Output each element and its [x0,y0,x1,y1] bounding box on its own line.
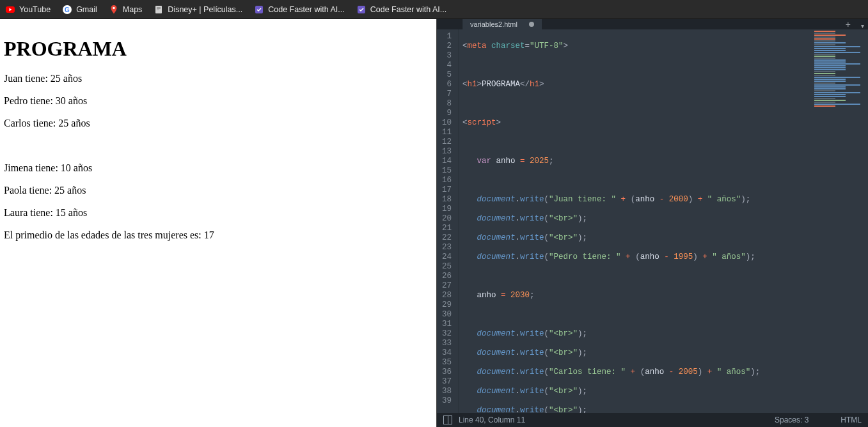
svg-rect-6 [157,8,161,9]
output-line: Carlos tiene: 25 años [4,117,432,129]
youtube-icon [5,4,15,15]
status-syntax[interactable]: HTML [840,415,862,424]
svg-text:G: G [65,6,70,13]
output-line: Paola tiene: 25 años [4,184,432,196]
bookmark-label: YouTube [19,5,51,14]
bookmark-label: Code Faster with AI... [370,5,447,14]
tab-variables2[interactable]: variables2.html [462,19,542,29]
maps-pin-icon [109,4,119,15]
ai-icon [356,4,367,15]
ai-icon [254,4,264,15]
panel-toggle-icon[interactable] [443,415,452,424]
bookmark-youtube[interactable]: YouTube [5,4,51,15]
code-editor-pane: variables2.html + ▾ 12345678910111213141… [437,19,868,427]
tab-spacer [437,19,462,29]
editor-tab-bar: variables2.html + ▾ [437,19,868,29]
new-tab-button[interactable]: + [842,19,855,29]
bookmark-label: Gmail [76,5,97,14]
editor-statusbar: Line 40, Column 11 Spaces: 3 HTML [437,413,868,427]
bookmark-label: Code Faster with AI... [268,5,345,14]
page-icon [154,4,164,15]
tab-label: variables2.html [470,20,517,28]
tabs-dropdown-button[interactable]: ▾ [857,22,868,29]
output-line: Pedro tiene: 30 años [4,95,432,107]
svg-rect-5 [157,7,161,8]
output-line: Juan tiene: 25 años [4,72,432,84]
bookmark-code-faster-1[interactable]: Code Faster with AI... [254,4,345,15]
browser-render-pane[interactable]: PROGRAMA Juan tiene: 25 años Pedro tiene… [0,19,437,427]
status-cursor-position[interactable]: Line 40, Column 11 [459,415,525,424]
dirty-indicator-icon [529,22,534,27]
bookmark-maps[interactable]: Maps [109,4,143,15]
line-number-gutter: 1234567891011121314151617181920212223242… [437,29,459,413]
svg-point-3 [113,6,114,8]
output-line: El primedio de las edades de las tres mu… [4,229,432,241]
bookmarks-bar: YouTube G Gmail Maps Disney+ | Películas… [0,0,868,19]
svg-rect-7 [157,10,159,10]
page-heading: PROGRAMA [4,37,432,61]
bookmark-code-faster-2[interactable]: Code Faster with AI... [356,4,447,15]
bookmark-label: Disney+ | Películas... [168,5,242,14]
code-area[interactable]: 1234567891011121314151617181920212223242… [437,29,868,413]
gmail-icon: G [62,4,72,15]
output-line: Laura tiene: 15 años [4,206,432,219]
bookmark-gmail[interactable]: G Gmail [62,4,97,15]
status-indent[interactable]: Spaces: 3 [775,415,809,424]
bookmark-label: Maps [123,5,143,14]
bookmark-disney[interactable]: Disney+ | Películas... [154,4,242,15]
output-line: Jimena tiene: 10 años [4,162,432,174]
